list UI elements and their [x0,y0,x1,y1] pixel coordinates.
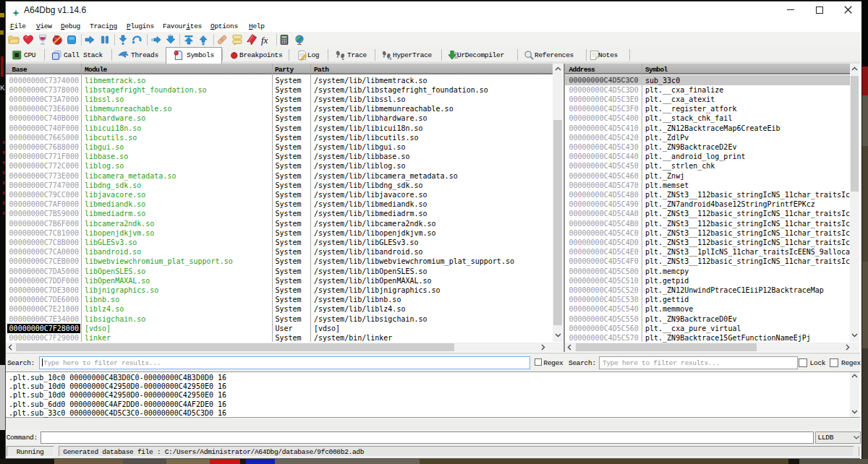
svg-text:fx: fx [261,35,268,46]
